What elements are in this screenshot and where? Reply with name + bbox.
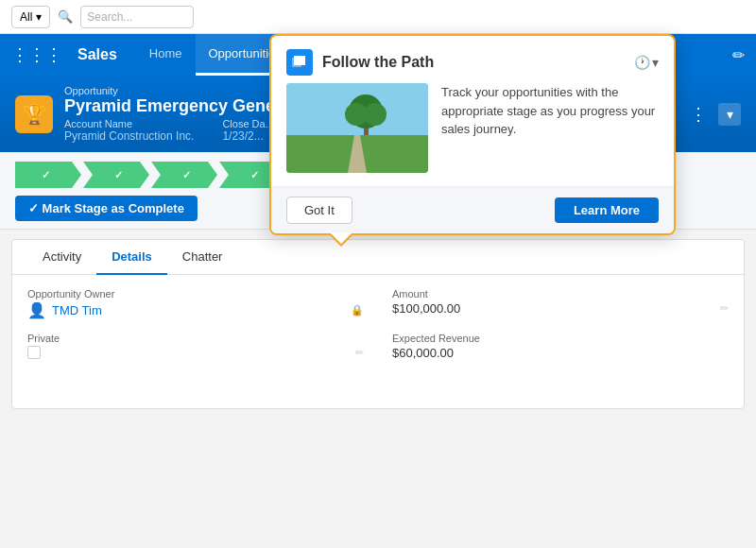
search-box[interactable]: Search... <box>80 6 194 28</box>
svg-point-6 <box>364 103 387 126</box>
popup-clock[interactable]: 🕐 ▾ <box>634 55 659 70</box>
popup-body: Track your opportunities with the approp… <box>271 83 674 186</box>
mark-stage-complete-button[interactable]: ✓ Mark Stage as Complete <box>15 196 198 221</box>
opportunity-icon: 🏆 <box>15 95 53 133</box>
popup-image <box>286 83 428 173</box>
all-label: All <box>20 10 32 24</box>
stage-1[interactable]: ✓ <box>15 162 81 188</box>
edit-amount-icon[interactable]: ✏ <box>720 302 729 315</box>
details-section: Opportunity Owner 👤 TMD Tim 🔒 Amount $10… <box>12 275 744 373</box>
tabs-row: Activity Details Chatter <box>12 240 744 275</box>
edit-private-icon[interactable]: ✏ <box>355 347 364 359</box>
follow-the-path-popup[interactable]: Follow the Path 🕐 ▾ <box>269 34 676 235</box>
popup-arrow-inner <box>330 232 352 244</box>
all-dropdown[interactable]: All ▾ <box>11 6 50 28</box>
close-date-col: Close Da... 1/23/2... <box>222 118 273 143</box>
account-name-label: Account Name <box>64 118 194 129</box>
brand-label: Sales <box>77 46 117 63</box>
tab-details[interactable]: Details <box>96 240 167 275</box>
expected-revenue-label: Expected Revenue <box>392 333 729 344</box>
amount-value: $100,000.00 <box>392 301 460 316</box>
opp-owner-field: Opportunity Owner 👤 TMD Tim 🔒 <box>27 288 364 319</box>
avatar-icon: 👤 <box>27 301 46 319</box>
chevron-down-icon: ▾ <box>652 55 659 70</box>
private-label: Private <box>27 333 364 344</box>
lock-icon: 🔒 <box>351 304 364 317</box>
nav-home[interactable]: Home <box>136 34 196 76</box>
tab-activity[interactable]: Activity <box>27 240 96 275</box>
popup-description: Track your opportunities with the approp… <box>441 83 659 173</box>
private-field: Private ✏ <box>27 333 364 360</box>
content-area: Activity Details Chatter Opportunity Own… <box>11 239 745 409</box>
stage-2[interactable]: ✓ <box>83 162 149 188</box>
more-options-icon[interactable]: ⋮ <box>690 104 707 125</box>
close-date-value: 1/23/2... <box>222 129 273 143</box>
edit-icon[interactable]: ✏ <box>732 46 745 64</box>
amount-label: Amount <box>392 288 729 300</box>
tab-chatter[interactable]: Chatter <box>167 240 238 275</box>
popup-header: Follow the Path 🕐 ▾ <box>271 36 674 83</box>
search-icon: 🔍 <box>58 9 73 24</box>
opp-owner-label: Opportunity Owner <box>27 288 364 300</box>
search-placeholder: Search... <box>87 10 132 24</box>
account-name-link[interactable]: Pyramid Construction Inc. <box>64 129 194 143</box>
account-name-col: Account Name Pyramid Construction Inc. <box>64 118 194 143</box>
chevron-down-icon: ▾ <box>36 10 42 24</box>
close-date-label: Close Da... <box>222 118 273 129</box>
clock-icon: 🕐 <box>634 55 650 70</box>
top-bar: All ▾ 🔍 Search... <box>0 0 756 34</box>
popup-footer: Got It Learn More <box>271 186 674 233</box>
amount-field: Amount $100,000.00 ✏ <box>392 288 729 319</box>
popup-header-icon <box>286 49 313 76</box>
got-it-button[interactable]: Got It <box>286 197 352 224</box>
expected-revenue-value: $60,000.00 <box>392 346 454 360</box>
popup-title: Follow the Path <box>322 54 625 71</box>
opp-owner-link[interactable]: TMD Tim <box>52 303 102 317</box>
learn-more-button[interactable]: Learn More <box>555 197 659 223</box>
private-checkbox[interactable] <box>27 346 41 359</box>
stage-3[interactable]: ✓ <box>151 162 217 188</box>
expected-revenue-field: Expected Revenue $60,000.00 <box>392 333 729 360</box>
collapse-icon[interactable]: ▾ <box>718 103 741 126</box>
grid-icon[interactable]: ⋮⋮⋮ <box>11 44 62 65</box>
